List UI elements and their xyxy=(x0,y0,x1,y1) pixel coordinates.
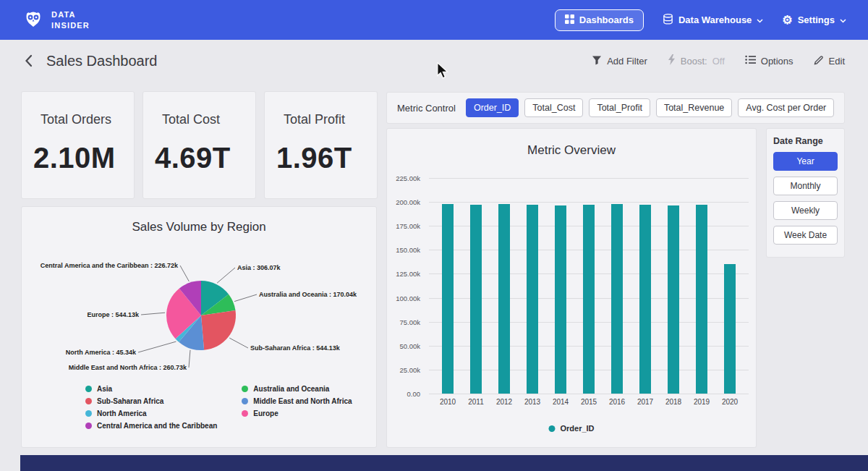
bar-chart-title: Metric Overview xyxy=(387,129,756,158)
x-tick-label: 2016 xyxy=(603,398,631,406)
bar-plot: 2010201120122013201420152016201720182019… xyxy=(429,178,749,394)
y-tick-label: 0.00 xyxy=(407,390,421,398)
brand[interactable]: DATA INSIDER xyxy=(22,7,90,33)
pie-callout-label: Australia and Oceania : 170.04k xyxy=(259,291,357,298)
kpi-card-total-profit: Total Profit 1.96T xyxy=(265,92,377,198)
pie-legend-column: Australia and OceaniaMiddle East and Nor… xyxy=(242,385,352,430)
bar-2016 xyxy=(611,204,623,394)
bar-y-axis: 0.0025.00k50.00k75.00k100.00k125.00k150.… xyxy=(387,178,425,402)
kpi-value: 4.69T xyxy=(155,142,255,174)
metric-button-total-cost[interactable]: Total_Cost xyxy=(524,98,583,117)
legend-dot xyxy=(85,410,92,417)
brand-text: DATA INSIDER xyxy=(51,9,90,31)
filter-funnel-icon xyxy=(592,55,602,67)
legend-dot xyxy=(242,398,248,404)
y-tick-label: 125.00k xyxy=(396,270,420,278)
kpi-value: 1.96T xyxy=(276,142,377,174)
metric-button-total-profit[interactable]: Total_Profit xyxy=(589,98,650,117)
pie-legend: AsiaSub-Saharan AfricaNorth AmericaCentr… xyxy=(85,385,352,430)
metric-control-label: Metric Control xyxy=(397,103,456,114)
bar-legend-label: Order_ID xyxy=(560,424,594,433)
date-button-weekly[interactable]: Weekly xyxy=(773,201,838,220)
y-tick-label: 100.00k xyxy=(396,294,420,302)
date-button-year[interactable]: Year xyxy=(773,152,838,171)
dashboards-grid-icon xyxy=(565,14,574,26)
kpi-card-total-orders: Total Orders 2.10M xyxy=(22,92,134,198)
y-tick-label: 225.00k xyxy=(396,174,420,182)
bar-2011 xyxy=(470,205,482,394)
legend-dot xyxy=(85,386,92,392)
page-header: Sales Dashboard Add Filter Boost: Off xyxy=(0,40,868,82)
footer-strip xyxy=(20,455,868,471)
pie-callout-label: Sub-Saharan Africa : 544.13k xyxy=(250,344,341,352)
legend-label: Australia and Oceania xyxy=(253,385,329,393)
database-icon xyxy=(663,14,673,27)
pie-legend-item: Sub-Saharan Africa xyxy=(85,397,217,405)
legend-label: Europe xyxy=(253,410,278,417)
page-title: Sales Dashboard xyxy=(46,53,157,69)
gridline xyxy=(429,202,749,203)
legend-dot xyxy=(242,386,248,392)
bar-legend-dot xyxy=(548,425,555,432)
pie-legend-item: Asia xyxy=(85,385,217,393)
boost-bolt-icon xyxy=(668,54,676,67)
options-button[interactable]: Options xyxy=(745,55,793,67)
x-tick-label: 2010 xyxy=(433,398,462,406)
metric-overview-card: Metric Overview 0.0025.00k50.00k75.00k10… xyxy=(387,129,756,447)
chevron-down-icon xyxy=(757,14,763,25)
pie-callout-line xyxy=(234,294,257,302)
y-tick-label: 150.00k xyxy=(396,246,420,254)
nav-settings-button[interactable]: ⚙ Settings xyxy=(782,14,846,26)
pie-chart-title: Sales Volume by Region xyxy=(22,207,376,234)
owl-logo-icon xyxy=(22,7,45,33)
add-filter-button[interactable]: Add Filter xyxy=(592,55,647,67)
edit-label: Edit xyxy=(829,56,845,67)
gear-icon: ⚙ xyxy=(782,14,792,26)
legend-dot xyxy=(85,423,92,429)
metric-button-total-revenue[interactable]: Total_Revenue xyxy=(656,98,732,117)
y-tick-label: 75.00k xyxy=(399,318,420,326)
gridline xyxy=(429,178,749,179)
y-tick-label: 25.00k xyxy=(399,366,420,374)
legend-label: Sub-Saharan Africa xyxy=(97,397,163,405)
bar-legend: Order_ID xyxy=(548,424,594,433)
bar-2020 xyxy=(724,264,736,394)
y-tick-label: 200.00k xyxy=(396,198,420,206)
sales-volume-card: Asia : 306.07kAustralia and Oceania : 17… xyxy=(22,207,376,447)
pie-callout-line xyxy=(189,350,190,368)
bar-2014 xyxy=(555,205,566,394)
date-range-panel: Date Range Year Monthly Weekly Week Date xyxy=(767,129,844,257)
x-tick-label: 2020 xyxy=(715,398,744,406)
date-button-week-date[interactable]: Week Date xyxy=(773,226,838,245)
pie-callout-line xyxy=(138,341,176,352)
date-button-monthly[interactable]: Monthly xyxy=(773,177,838,195)
chevron-down-icon xyxy=(840,14,846,25)
metric-button-order-id[interactable]: Order_ID xyxy=(466,98,519,117)
pie-callout-line xyxy=(229,338,248,348)
add-filter-label: Add Filter xyxy=(607,56,647,67)
legend-label: Middle East and North Africa xyxy=(253,397,352,405)
gridline xyxy=(429,394,749,394)
pie-legend-item: North America xyxy=(85,410,217,417)
bar-2015 xyxy=(583,205,595,394)
x-tick-label: 2015 xyxy=(574,398,603,406)
boost-toggle[interactable]: Boost: Off xyxy=(668,54,725,67)
boost-value: Off xyxy=(712,56,725,67)
back-button[interactable] xyxy=(20,53,36,69)
x-tick-label: 2012 xyxy=(490,398,519,406)
pie-legend-item: Central America and the Caribbean xyxy=(85,422,217,430)
nav-dashboards-button[interactable]: Dashboards xyxy=(555,9,644,31)
kpi-label: Total Profit xyxy=(284,112,377,127)
x-tick-label: 2011 xyxy=(461,398,490,406)
kpi-label: Total Cost xyxy=(162,112,255,127)
nav-data-warehouse-button[interactable]: Data Warehouse xyxy=(663,14,763,27)
legend-dot xyxy=(242,410,248,417)
x-tick-label: 2019 xyxy=(687,398,716,406)
pie-legend-item: Middle East and North Africa xyxy=(242,397,352,405)
metric-button-avg-cost[interactable]: Avg. Cost per Order xyxy=(738,98,834,117)
edit-button[interactable]: Edit xyxy=(814,55,845,67)
legend-label: North America xyxy=(97,410,147,417)
date-range-title: Date Range xyxy=(773,136,838,146)
y-tick-label: 50.00k xyxy=(399,342,420,350)
legend-label: Asia xyxy=(97,385,112,393)
